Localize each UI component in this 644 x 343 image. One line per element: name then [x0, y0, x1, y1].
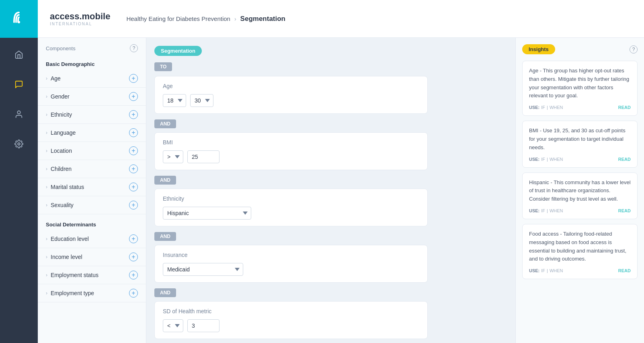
insight-footer-age: USE: IF | WHEN READ: [529, 105, 631, 110]
insight-text-age: Age - This group has higher opt-out rate…: [529, 67, 631, 100]
insights-badge: Insights: [522, 44, 555, 54]
chevron-icon-language: ›: [46, 130, 47, 136]
sidebar-item-income[interactable]: › Income level +: [38, 248, 146, 266]
and-label-2: AND: [154, 176, 176, 185]
age-card-title: Age: [163, 83, 419, 89]
sidebar-item-children[interactable]: › Children +: [38, 160, 146, 178]
insurance-controls: MedicaidMedicarePrivateUninsured: [163, 263, 419, 276]
sidebar-item-employment-type[interactable]: › Employment type +: [38, 284, 146, 302]
to-label: TO: [154, 62, 172, 71]
breadcrumb-current: Segmentation: [240, 15, 285, 23]
add-employment-status-button[interactable]: +: [129, 271, 138, 279]
brand-name: access.mobile: [50, 11, 110, 22]
insight-footer-hispanic: USE: IF | WHEN READ: [529, 208, 631, 213]
add-gender-button[interactable]: +: [129, 92, 138, 101]
insight-use-food: USE: IF | WHEN: [529, 268, 563, 273]
header: access.mobile INTERNATIONAL Healthy Eati…: [38, 0, 644, 38]
sidebar-item-gender[interactable]: › Gender +: [38, 88, 146, 106]
and-label-3: AND: [154, 232, 176, 241]
add-children-button[interactable]: +: [129, 164, 138, 173]
bmi-value-input[interactable]: [187, 150, 219, 163]
chevron-icon-employment-type: ›: [46, 290, 47, 296]
nav-home-button[interactable]: [10, 46, 28, 64]
insight-text-bmi: BMI - Use 19, 25, and 30 as cut-off poin…: [529, 127, 631, 152]
insight-use-age: USE: IF | WHEN: [529, 105, 563, 110]
breadcrumb-parent[interactable]: Healthy Eating for Diabetes Prevention: [126, 15, 230, 22]
add-marital-button[interactable]: +: [129, 183, 138, 191]
add-ethnicity-button[interactable]: +: [129, 110, 138, 119]
insights-header: Insights ?: [522, 44, 638, 54]
sidebar-item-education[interactable]: › Education level +: [38, 230, 146, 248]
sidebar-item-language[interactable]: › Language +: [38, 124, 146, 142]
chevron-icon-sexuality: ›: [46, 202, 47, 208]
sidebar-label-children: Children: [51, 166, 72, 172]
brand-sub: INTERNATIONAL: [50, 22, 110, 26]
header-logo: access.mobile INTERNATIONAL: [50, 11, 110, 26]
sidebar-label-sexuality: Sexuality: [51, 202, 74, 208]
bmi-controls: ><=: [163, 150, 419, 163]
add-sexuality-button[interactable]: +: [129, 201, 138, 209]
sidebar-header-label: Components: [46, 45, 76, 51]
signal-icon: [11, 9, 27, 29]
insight-read-bmi[interactable]: READ: [618, 157, 631, 162]
bmi-operator-select[interactable]: ><=: [163, 150, 183, 163]
main-area: access.mobile INTERNATIONAL Healthy Eati…: [38, 0, 644, 343]
chevron-icon-employment-status: ›: [46, 272, 47, 278]
insight-read-food[interactable]: READ: [618, 268, 631, 273]
add-education-button[interactable]: +: [129, 234, 138, 243]
add-location-button[interactable]: +: [129, 146, 138, 155]
sidebar-item-employment-status[interactable]: › Employment status +: [38, 266, 146, 284]
age-controls: 18253035 30354045: [163, 94, 419, 107]
insight-use-hispanic: USE: IF | WHEN: [529, 208, 563, 213]
bmi-criteria-card: BMI ><=: [154, 132, 428, 170]
basic-demographic-title: Basic Demographic: [38, 58, 146, 70]
main-panel: Segmentation TO Age 18253035 30354045 AN…: [146, 38, 515, 343]
insights-help-icon[interactable]: ?: [630, 45, 638, 53]
chevron-icon-gender: ›: [46, 94, 47, 99]
add-employment-type-button[interactable]: +: [129, 289, 138, 298]
sidebar-item-sexuality[interactable]: › Sexuality +: [38, 196, 146, 214]
insight-text-hispanic: Hispanic - This community has a lower le…: [529, 179, 631, 203]
sd-health-controls: <>=: [163, 319, 419, 332]
insurance-card-title: Insurance: [163, 252, 419, 258]
insight-read-hispanic[interactable]: READ: [618, 208, 631, 213]
sidebar-item-ethnicity[interactable]: › Ethnicity +: [38, 106, 146, 124]
social-determinants-title: Social Determinants: [38, 218, 146, 230]
chevron-icon-education: ›: [46, 236, 47, 242]
svg-point-1: [17, 111, 20, 114]
nav-user-button[interactable]: [10, 105, 28, 123]
ethnicity-select[interactable]: HispanicWhiteBlackAsianOther: [163, 207, 251, 220]
components-help-icon[interactable]: ?: [130, 44, 138, 52]
chevron-icon-ethnicity: ›: [46, 112, 47, 117]
age-to-select[interactable]: 30354045: [190, 94, 213, 107]
add-income-button[interactable]: +: [129, 253, 138, 261]
breadcrumb: Healthy Eating for Diabetes Prevention ›…: [126, 15, 285, 23]
age-from-select[interactable]: 18253035: [163, 94, 186, 107]
add-age-button[interactable]: +: [129, 74, 138, 83]
insight-use-bmi: USE: IF | WHEN: [529, 157, 563, 162]
sidebar-label-income: Income level: [51, 254, 82, 260]
sidebar-label-language: Language: [51, 129, 76, 136]
insight-read-age[interactable]: READ: [618, 105, 631, 110]
insight-card-food: Food access - Tailoring food-related mes…: [522, 224, 638, 279]
sidebar-item-location[interactable]: › Location +: [38, 142, 146, 160]
sd-health-value-input[interactable]: [187, 319, 219, 332]
sidebar-header: Components ?: [38, 44, 146, 58]
bmi-card-title: BMI: [163, 139, 419, 146]
sidebar-item-marital-status[interactable]: › Marital status +: [38, 178, 146, 196]
chevron-icon-income: ›: [46, 254, 47, 260]
sidebar-item-age[interactable]: › Age +: [38, 70, 146, 88]
sidebar-label-age: Age: [51, 75, 61, 82]
nav-bar: [0, 0, 38, 343]
add-language-button[interactable]: +: [129, 128, 138, 137]
sidebar-label-ethnicity: Ethnicity: [51, 111, 72, 118]
components-sidebar: Components ? Basic Demographic › Age + ›…: [38, 38, 146, 343]
insights-panel: Insights ? Age - This group has higher o…: [515, 38, 644, 343]
and-label-1: AND: [154, 119, 176, 128]
nav-settings-button[interactable]: [10, 135, 28, 153]
nav-chat-button[interactable]: [10, 76, 28, 93]
sd-health-operator-select[interactable]: <>=: [163, 319, 183, 332]
and-label-4: AND: [154, 288, 176, 297]
sd-health-criteria-card: SD of Health metric <>=: [154, 301, 428, 339]
insurance-select[interactable]: MedicaidMedicarePrivateUninsured: [163, 263, 243, 276]
